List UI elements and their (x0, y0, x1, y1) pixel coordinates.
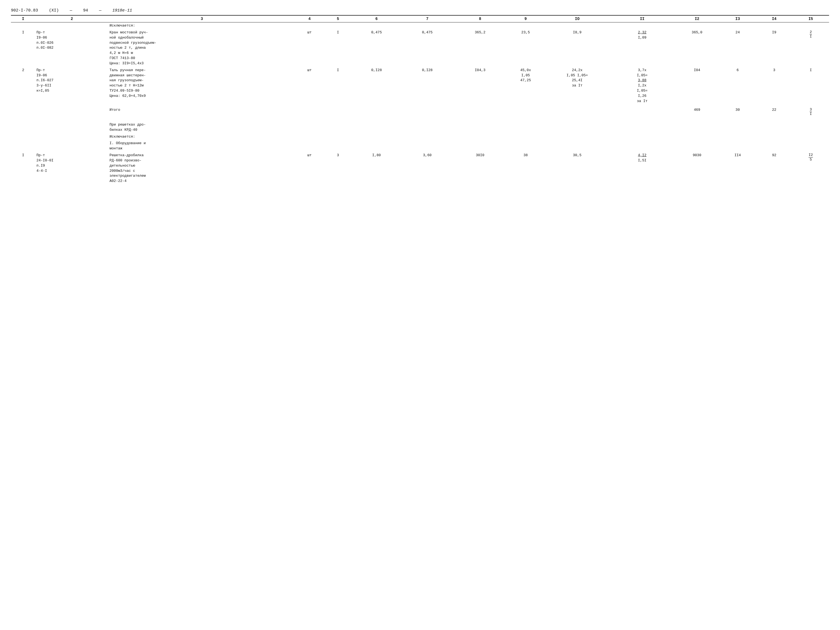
row2-col5: I (324, 67, 352, 105)
row3-col11: 4,I2 I,5I (610, 152, 675, 185)
row1-col2: Пр-т I9-06 п.0I-026 п.0I-082 (35, 29, 108, 67)
header-section: (XI) (49, 8, 59, 13)
row2-col6: 0,I28 (352, 67, 401, 105)
row3-col14: 92 (756, 152, 793, 185)
row3-col8: 30I0 (454, 152, 507, 185)
row2-col11: 3,7х I,05= 3,88 I,2х I,05= I,26 за Iт (610, 67, 675, 105)
column-header-row: I 2 3 4 5 6 7 8 9 IO II I2 I3 I4 I5 (11, 16, 829, 22)
row2-col9: 45,0х I,05 47,25 (507, 67, 545, 105)
row3-col13: II4 (719, 152, 756, 185)
row2-col12: I04 (674, 67, 719, 105)
row2-col7: 0,I28 (401, 67, 454, 105)
row1-col14: I9 (756, 29, 793, 67)
row2-col15: I (793, 67, 829, 105)
col-header-12: I2 (674, 16, 719, 22)
row2-col14: 3 (756, 67, 793, 105)
header-dash2: — (99, 8, 101, 13)
col-header-7: 7 (401, 16, 454, 22)
page-header: 902-I-70.83 (XI) — 94 — 1918е·11 (11, 8, 829, 16)
section-iskl-row: Исключается: (11, 133, 829, 140)
section-iskl-label: Исключается: (109, 133, 295, 140)
col-header-13: I3 (719, 16, 756, 22)
row2-col13: 6 (719, 67, 756, 105)
section-pri-row: При решетках дро- билках КРД-40 (11, 119, 829, 133)
header-year: 1918е·11 (112, 8, 132, 13)
row1-col13: 24 (719, 29, 756, 67)
col-header-15: I5 (793, 16, 829, 22)
row3-col9: 38 (507, 152, 545, 185)
main-table: I 2 3 4 5 6 7 8 9 IO II I2 I3 I4 I5 Искл… (11, 16, 829, 185)
row3-col6: I,80 (352, 152, 401, 185)
row1-col1: I (11, 29, 35, 67)
col-header-2: 2 (35, 16, 108, 22)
row3-col12: 9030 (674, 152, 719, 185)
header-number: 94 (83, 8, 88, 13)
itogo-col12: 469 (674, 105, 719, 119)
row1-col10: I8,9 (545, 29, 610, 67)
itogo-col13: 30 (719, 105, 756, 119)
section-pri-label: При решетках дро- билках КРД-40 (109, 119, 295, 133)
row2-col2: Пр-т I9-06 п.I6-027 3-у-6II к=I,05 (35, 67, 108, 105)
itogo-col14: 22 (756, 105, 793, 119)
table-row-3: I Пр-т 24-I0-0I п.I9 4-4-I Решетка-дроби… (11, 152, 829, 185)
itogo-row: Итого 469 30 22 3 I (11, 105, 829, 119)
section-equip-row: I. Оборудование и монтаж (11, 140, 829, 152)
row2-col10: 24,2х I,05 I,05= 25,4I за Iт (545, 67, 610, 105)
table-row-1: I Пр-т I9-06 п.0I-026 п.0I-082 Кран мост… (11, 29, 829, 67)
section-equip-label: I. Оборудование и монтаж (109, 140, 295, 152)
row3-col3: Решетка-дробилка РД-600 произво- дительн… (109, 152, 295, 185)
row3-col15: I2 5 (793, 152, 829, 185)
col-header-1: I (11, 16, 35, 22)
excludes-label-row: Исключается: (11, 22, 829, 29)
col-header-9: 9 (507, 16, 545, 22)
row1-col5: I (324, 29, 352, 67)
header-code: 902-I-70.83 (11, 8, 38, 13)
row2-col1: 2 (11, 67, 35, 105)
row3-col1: I (11, 152, 35, 185)
itogo-label: Итого (109, 105, 295, 119)
row2-col4: шт (295, 67, 324, 105)
col-header-5: 5 (324, 16, 352, 22)
row1-col4: шт (295, 29, 324, 67)
row2-col8: I04,3 (454, 67, 507, 105)
row1-col12: 365,0 (674, 29, 719, 67)
row3-col10: 30,5 (545, 152, 610, 185)
row1-col15: 2 I (793, 29, 829, 67)
col-header-3: 3 (109, 16, 295, 22)
row1-col9: 23,5 (507, 29, 545, 67)
table-row-2: 2 Пр-т I9-06 п.I6-027 3-у-6II к=I,05 Тал… (11, 67, 829, 105)
col-header-8: 8 (454, 16, 507, 22)
header-dash1: — (70, 8, 72, 13)
itogo-col15: 3 I (793, 105, 829, 119)
row1-col6: 0,475 (352, 29, 401, 67)
col-header-10: IO (545, 16, 610, 22)
row1-col8: 365,2 (454, 29, 507, 67)
row2-col3: Таль ручная пере- движная шестерен- ная … (109, 67, 295, 105)
row3-col5: 3 (324, 152, 352, 185)
row3-col4: шт (295, 152, 324, 185)
row1-col11: 2,32 I,09 (610, 29, 675, 67)
col-header-11: II (610, 16, 675, 22)
row3-col2: Пр-т 24-I0-0I п.I9 4-4-I (35, 152, 108, 185)
col-header-14: I4 (756, 16, 793, 22)
row3-col7: 3,60 (401, 152, 454, 185)
col-header-4: 4 (295, 16, 324, 22)
col-header-6: 6 (352, 16, 401, 22)
row1-col7: 0,475 (401, 29, 454, 67)
row1-col3: Кран мостовой руч- ной однобалочный подв… (109, 29, 295, 67)
excludes-label: Исключается: (109, 22, 295, 29)
